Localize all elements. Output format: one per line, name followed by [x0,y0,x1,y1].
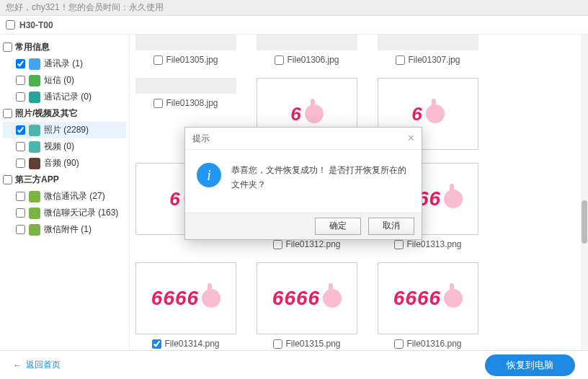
file-thumb[interactable]: File01306.jpg [257,35,357,65]
file-thumb[interactable]: 6666File01314.png [135,262,236,349]
hand-icon [305,104,324,123]
item-checkbox[interactable] [16,208,25,218]
file-thumb[interactable]: File01307.jpg [378,35,478,65]
item-label: 通话记录 (0) [44,91,92,103]
thumb-image [378,35,478,50]
file-checkbox[interactable] [153,99,163,108]
group-checkbox[interactable] [3,175,12,184]
back-label: 返回首页 [26,359,61,371]
info-icon: i [197,163,221,187]
sidebar-group-header[interactable]: 常用信息 [3,39,126,55]
file-checkbox[interactable] [396,55,405,65]
thumb-caption: File01307.jpg [378,55,478,65]
scrollbar[interactable] [581,35,588,350]
sidebar-item[interactable]: 通讯录 (1) [3,55,126,72]
item-checkbox[interactable] [16,125,25,135]
dialog-body: i 恭喜您，文件恢复成功！ 是否打开恢复所在的文件夹？ [185,150,422,213]
file-checkbox[interactable] [394,339,404,349]
hand-icon [444,289,463,308]
item-checkbox[interactable] [16,159,25,168]
group-checkbox[interactable] [3,43,12,52]
thumb-image [135,35,236,50]
file-name: File01305.jpg [166,55,218,65]
file-thumb[interactable]: File01305.jpg [135,35,236,65]
sidebar-item[interactable]: 微信通讯录 (27) [3,188,126,205]
file-name: File01316.png [406,339,461,349]
group-title: 常用信息 [15,41,50,53]
thumb-placeholder [135,35,236,50]
top-bar: 您好，chy321！您的会员时间：永久使用 [0,0,588,16]
group-title: 照片/视频及其它 [15,107,78,120]
file-name: File01314.png [164,339,219,349]
group-checkbox[interactable] [3,109,12,118]
sidebar-group-header[interactable]: 照片/视频及其它 [3,105,126,122]
sidebar-item[interactable]: 视频 (0) [3,138,126,155]
thumb-caption: File01308.jpg [135,98,236,108]
sidebar-group-header[interactable]: 第三方APP [3,171,126,188]
image-6666: 6 [290,103,323,125]
item-icon [29,208,40,219]
sidebar-item[interactable]: 音频 (90) [3,155,126,171]
thumb-placeholder [135,78,236,94]
thumb-caption: File01312.png [257,239,357,249]
dialog-header: 提示 × [185,128,422,150]
sidebar: 常用信息通讯录 (1)短信 (0)通话记录 (0)照片/视频及其它照片 (228… [0,35,130,350]
item-checkbox[interactable] [16,76,25,85]
item-icon [29,191,40,202]
item-label: 短信 (0) [44,74,74,86]
image-6666: 6666 [393,287,463,310]
image-6666: 6666 [151,287,220,310]
close-icon[interactable]: × [408,132,414,145]
bottom-bar: ← 返回首页 恢复到电脑 [0,350,588,379]
file-checkbox[interactable] [273,339,282,349]
greeting-text: 您好，chy321！您的会员时间：永久使用 [6,2,164,12]
file-checkbox[interactable] [152,339,161,349]
item-icon [29,224,40,236]
sidebar-item[interactable]: 短信 (0) [3,72,126,89]
device-row: H30-T00 [0,16,588,35]
item-checkbox[interactable] [16,142,25,151]
ok-button[interactable]: 确定 [315,218,361,235]
group-title: 第三方APP [15,174,59,186]
hand-icon [323,289,342,308]
sidebar-item[interactable]: 微信附件 (1) [3,221,126,238]
cancel-button[interactable]: 取消 [368,218,414,235]
arrow-left-icon: ← [13,360,22,370]
sidebar-item[interactable]: 照片 (2289) [3,122,126,138]
item-checkbox[interactable] [16,192,25,201]
item-label: 微信通讯录 (27) [44,190,105,202]
back-link[interactable]: ← 返回首页 [13,359,61,371]
hand-icon [202,289,220,308]
restore-button[interactable]: 恢复到电脑 [485,355,575,376]
thumb-caption: File01316.png [378,339,478,349]
item-checkbox[interactable] [16,92,25,102]
item-label: 通讯录 (1) [44,58,83,70]
scroll-thumb[interactable] [582,200,587,244]
thumb-caption: File01314.png [135,339,236,349]
file-thumb[interactable]: 6666File01316.png [378,262,478,349]
dialog-footer: 确定 取消 [185,213,422,239]
thumb-image: 6666 [378,262,478,334]
item-icon [29,58,40,70]
sidebar-item[interactable]: 微信聊天记录 (163) [3,205,126,221]
dialog-title: 提示 [192,133,210,145]
hand-icon [426,104,445,123]
image-6666: 6 [411,103,444,125]
file-name: File01306.jpg [287,55,339,65]
file-checkbox[interactable] [273,240,282,249]
item-checkbox[interactable] [16,225,25,234]
file-checkbox[interactable] [394,240,404,249]
thumb-image [257,35,357,50]
item-icon [29,158,40,169]
file-checkbox[interactable] [275,55,284,65]
thumb-caption: File01313.png [378,239,478,249]
file-thumb[interactable]: 6666File01315.png [257,262,357,349]
device-checkbox[interactable] [6,20,15,30]
file-name: File01308.jpg [166,98,218,108]
file-checkbox[interactable] [153,55,163,65]
item-label: 视频 (0) [44,141,74,153]
item-icon [29,92,40,103]
item-checkbox[interactable] [16,59,25,68]
item-icon [29,75,40,86]
sidebar-item[interactable]: 通话记录 (0) [3,89,126,105]
